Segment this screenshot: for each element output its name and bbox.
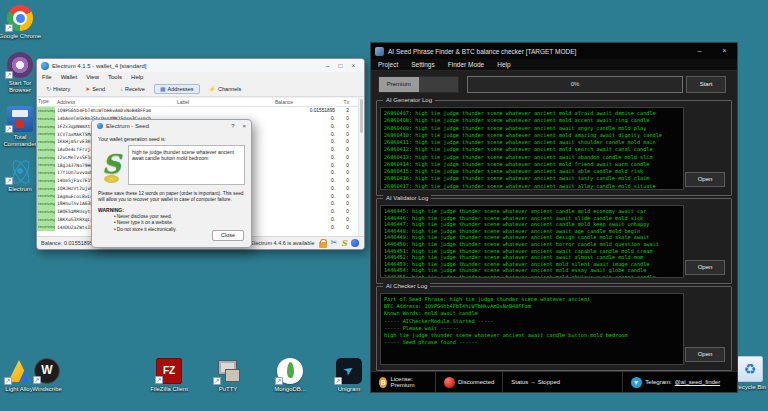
log-line: Part of Seed Phrase: high tie judge thun… [384,296,680,303]
close-icon[interactable]: × [712,43,737,59]
table-header: Type Address Label Balance Tx [37,98,364,107]
maximize-icon[interactable]: □ [334,60,347,72]
balance-cell: 0. [275,170,337,175]
generator-log-box[interactable]: 26860407: high tie judge thunder scene w… [380,107,684,190]
shortcut-arrow-icon: ↗ [33,376,41,384]
seed-dialog-titlebar[interactable]: Electrum - Seed ? × [92,120,251,132]
log-line: 26860416: high tie judge thunder scene w… [384,175,680,182]
balance-cell: 0. [275,201,337,206]
log-line: BTC Address: 1Q9PG6hb4FbT4hiWTbHkvAmDxNo… [384,303,680,310]
desktop-icon-label: FileZilla Client [146,386,192,393]
warning-label: WARNING: [98,207,124,213]
menu-item-view[interactable]: View [86,74,99,80]
log-line: 26860408: high tie judge thunder scene w… [384,117,680,124]
desktop-icon-chrome[interactable]: ↗Google Chrome [0,5,43,40]
open-button[interactable]: Open [685,172,725,187]
premium-toggle-track [419,77,459,92]
desktop-icon-filezilla[interactable]: ↗FileZilla Client [146,358,192,393]
start-button[interactable]: Start [686,76,726,93]
validator-log-box[interactable]: 1446445: high tie judge thunder scene wh… [380,205,684,278]
tab-channels[interactable]: ⚡Channels [203,84,248,94]
address-cell: 1Q9PG6hb4FbT4hiWTbHkvAmDxNoB48FFam [55,108,177,113]
table-row[interactable]: receiving1Q9PG6hb4FbT4hiWTbHkvAmDxNoB48F… [37,107,364,115]
desktop-icon-putty[interactable]: ↗PuTTY [205,358,251,393]
close-icon[interactable]: × [242,123,246,129]
column-type[interactable]: Type [37,98,55,106]
column-label[interactable]: Label [177,99,275,105]
log-line: 1446452: high tie judge thunder scene wh… [384,254,680,261]
lock-icon[interactable] [319,242,327,248]
electrum-titlebar[interactable]: Electrum 4.1.5 - wallet_4 [standard] – □… [37,59,364,72]
premium-toggle[interactable]: Premium [378,76,459,93]
log-line: 26860413: high tie judge thunder scene w… [384,154,680,161]
minimize-icon[interactable]: – [687,43,712,59]
menu-item-wallet[interactable]: Wallet [61,74,77,80]
update-available-text[interactable]: Electrum 4.4.6 is available [250,240,314,246]
desktop-icon-unigram[interactable]: ↗Unigram [326,358,372,393]
putty-icon: ↗ [215,358,241,384]
lightning-icon: ⚡ [209,86,217,92]
type-cell: receiving [37,130,55,138]
electrum-icon: ↗ [7,158,33,184]
minimize-icon[interactable]: – [321,60,334,72]
run-status-text: Status → Stopped [511,379,560,385]
tx-cell: 0 [337,217,352,222]
log-line: 1446448: high tie judge thunder scene wh… [384,228,680,235]
close-button[interactable]: Close [212,230,244,241]
menu-item-settings[interactable]: Settings [411,61,435,68]
open-button[interactable]: Open [685,260,725,275]
type-cell: receiving [37,123,55,131]
menu-item-help[interactable]: Help [497,61,510,68]
table-scrollbar[interactable] [358,98,364,236]
scrollbar-thumb[interactable] [360,99,363,133]
network-status-icon[interactable] [351,239,359,247]
tab-receive[interactable]: ↓Receive [114,84,151,94]
tx-cell: 0 [337,132,352,137]
telegram-handle-link[interactable]: @ai_seed_finder [675,379,720,385]
tab-addresses[interactable]: ▦Addresses [154,84,200,94]
type-cell: receiving [37,146,55,154]
disconnected-icon [444,377,455,388]
tab-send[interactable]: ➤Send [79,84,111,94]
desktop-icon-windscribe[interactable]: ↗Windscribe [24,358,70,393]
column-tx[interactable]: Tx [337,99,352,105]
menu-item-tools[interactable]: Tools [108,74,122,80]
log-line: 26860407: high tie judge thunder scene w… [384,110,680,117]
column-balance[interactable]: Balance [275,99,337,105]
finder-titlebar[interactable]: AI Seed Phrase Finder & BTC balance chec… [371,43,737,59]
seed-phrase-box[interactable]: high tie judge thunder scene whatever an… [128,145,245,185]
warning-list: Never disclose your seed.Never type it o… [114,214,177,233]
help-icon[interactable]: ? [231,123,234,129]
tab-history[interactable]: ↻History [40,84,76,94]
column-address[interactable]: Address [55,99,177,105]
totalcmd-icon: ↗ [7,106,33,132]
generator-log-label: AI Generator Log [383,97,435,103]
telegram-icon: ➤ [631,377,642,388]
telegram-label: Telegram: [645,379,671,385]
seed-intro-text: Your wallet generation seed is: [98,136,166,142]
tx-cell: 0 [337,139,352,144]
close-icon[interactable]: × [347,60,360,72]
tx-cell: 0 [337,170,352,175]
menu-item-finder-mode[interactable]: Finder Mode [448,61,485,68]
log-line: ----- Seed phrase found ------ [384,339,680,346]
seed-status-icon[interactable]: S [341,239,347,247]
mongodb-icon: ↗ [277,358,303,384]
type-cell: receiving [37,161,55,169]
menu-item-file[interactable]: File [42,74,52,80]
electrum-app-icon [97,123,103,129]
open-button[interactable]: Open [685,347,725,362]
log-line: 1446453: high tie judge thunder scene wh… [384,261,680,268]
scissors-icon[interactable]: ✂ [331,239,338,247]
balance-cell: 0. [275,147,337,152]
type-cell: receiving [37,115,55,123]
menu-item-project[interactable]: Project [378,61,398,68]
tx-cell: 0 [337,201,352,206]
checker-log-box[interactable]: Part of Seed Phrase: high tie judge thun… [380,293,684,365]
tx-cell: 0 [337,194,352,199]
tx-cell: 0 [337,178,352,183]
desktop-icon-mongodb[interactable]: ↗MongoDB... [267,358,313,393]
menu-item-help[interactable]: Help [131,74,143,80]
connection-text: Disconnected [458,379,494,385]
balance-cell: 0. [275,217,337,222]
